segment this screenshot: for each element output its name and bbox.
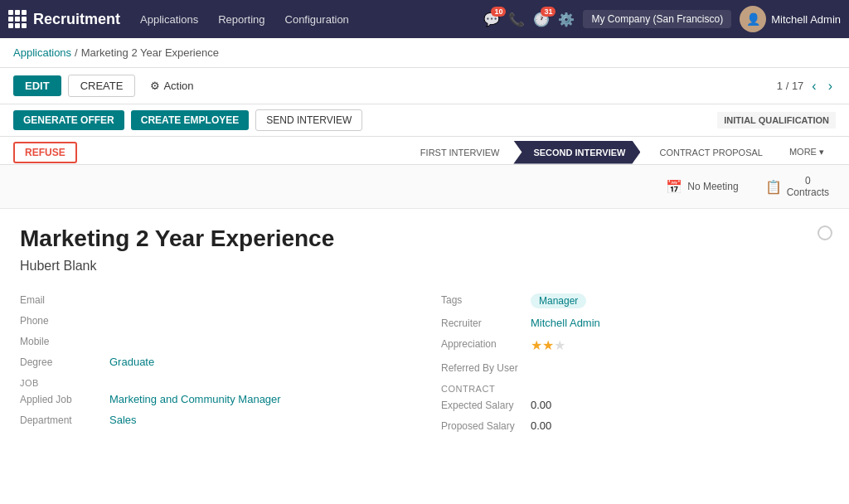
expected-salary-label: Expected Salary (441, 399, 524, 411)
user-name: Mitchell Admin (771, 13, 841, 26)
main-form: Marketing 2 Year Experience Hubert Blank… (0, 209, 849, 504)
degree-row: Degree Graduate (20, 356, 408, 368)
action-label: Action (163, 80, 193, 92)
brand-name: Recruitment (33, 11, 120, 28)
appreciation-row: Appreciation ★★★ (441, 337, 829, 353)
refuse-button[interactable]: REFUSE (13, 142, 77, 163)
phone-label: Phone (20, 314, 103, 327)
applied-job-row: Applied Job Marketing and Community Mana… (20, 393, 408, 405)
chat-badge: 10 (491, 7, 506, 17)
pagination: 1 / 17 ‹ › (777, 77, 836, 95)
initial-qualification-stage[interactable]: INITIAL QUALIFICATION (717, 112, 836, 128)
status-radio[interactable] (817, 225, 832, 240)
topnav-icons: 💬 10 📞 🕐 31 ⚙️ My Company (San Francisco… (483, 6, 841, 32)
mobile-row: Mobile (20, 335, 408, 347)
department-row: Department Sales (20, 414, 408, 426)
send-interview-button[interactable]: SEND INTERVIEW (255, 109, 362, 131)
degree-value[interactable]: Graduate (109, 356, 154, 368)
email-row: Email (20, 293, 408, 306)
avatar: 👤 (740, 6, 766, 32)
action-button[interactable]: ⚙ Action (142, 75, 201, 96)
expected-salary-value: 0.00 (531, 399, 551, 411)
no-meeting-label: No Meeting (687, 181, 738, 192)
top-navigation: Recruitment Applications Reporting Confi… (0, 0, 849, 38)
company-label[interactable]: My Company (San Francisco) (583, 10, 731, 28)
proposed-salary-value: 0.00 (531, 419, 551, 432)
expected-salary-row: Expected Salary 0.00 (441, 399, 829, 411)
toolbar: EDIT CREATE ⚙ Action 1 / 17 ‹ › (0, 68, 849, 104)
contracts-button[interactable]: 📋 0 Contracts (759, 172, 836, 201)
contracts-label: Contracts (787, 187, 829, 198)
proposed-salary-label: Proposed Salary (441, 419, 524, 432)
email-label: Email (20, 293, 103, 306)
breadcrumb-parent[interactable]: Applications (13, 46, 71, 59)
breadcrumb-current: Marketing 2 Year Experience (81, 46, 219, 59)
referred-label: Referred By User (441, 361, 524, 374)
department-label: Department (20, 414, 103, 426)
tags-row: Tags Manager (441, 293, 829, 308)
statusbar: GENERATE OFFER CREATE EMPLOYEE SEND INTE… (0, 104, 849, 137)
create-employee-button[interactable]: CREATE EMPLOYEE (131, 110, 249, 130)
applicant-name: Hubert Blank (20, 259, 829, 274)
prev-button[interactable]: ‹ (808, 77, 819, 95)
brand-logo[interactable]: Recruitment (8, 10, 120, 28)
recruiter-row: Recruiter Mitchell Admin (441, 317, 829, 329)
create-button[interactable]: CREATE (68, 75, 136, 97)
applied-job-value[interactable]: Marketing and Community Manager (109, 393, 281, 405)
user-area[interactable]: 👤 Mitchell Admin (740, 6, 841, 32)
breadcrumb-separator: / (75, 46, 78, 59)
form-right-col: Tags Manager Recruiter Mitchell Admin Ap… (441, 293, 829, 440)
tags-label: Tags (441, 293, 524, 306)
contract-icon: 📋 (765, 179, 782, 195)
degree-label: Degree (20, 356, 103, 368)
job-section-title: Job (20, 378, 408, 388)
phone-icon[interactable]: 📞 (508, 12, 525, 27)
next-button[interactable]: › (825, 77, 836, 95)
activity-icon-wrap[interactable]: 🕐 31 (533, 12, 550, 27)
phone-row: Phone (20, 314, 408, 327)
mobile-label: Mobile (20, 335, 103, 347)
proposed-salary-row: Proposed Salary 0.00 (441, 419, 829, 432)
stage-second-interview[interactable]: SECOND INTERVIEW (513, 141, 640, 164)
stage-first-interview[interactable]: FIRST INTERVIEW (409, 141, 515, 164)
nav-configuration[interactable]: Configuration (277, 8, 357, 31)
app-grid-icon[interactable] (8, 10, 27, 28)
nav-reporting[interactable]: Reporting (210, 8, 273, 31)
edit-button[interactable]: EDIT (13, 75, 61, 96)
appreciation-stars[interactable]: ★★★ (531, 337, 565, 353)
gear-icon: ⚙ (150, 80, 160, 92)
no-meeting-button[interactable]: 📅 No Meeting (659, 176, 745, 198)
chat-icon-wrap[interactable]: 💬 10 (483, 12, 500, 27)
contract-section-title: Contract (441, 384, 829, 394)
nav-applications[interactable]: Applications (132, 8, 206, 31)
form-grid: Email Phone Mobile Degree Graduate Job A… (20, 293, 829, 440)
application-title: Marketing 2 Year Experience (20, 225, 829, 252)
referred-row: Referred By User (441, 361, 829, 374)
appreciation-label: Appreciation (441, 337, 524, 350)
activity-badge: 31 (541, 7, 555, 17)
department-value[interactable]: Sales (109, 414, 137, 426)
stage-more[interactable]: MORE ▾ (778, 140, 836, 164)
recruiter-value[interactable]: Mitchell Admin (531, 317, 600, 329)
tags-value[interactable]: Manager (531, 293, 586, 308)
generate-offer-button[interactable]: GENERATE OFFER (13, 110, 124, 130)
tools-icon[interactable]: ⚙️ (558, 12, 575, 27)
stage-contract-proposal[interactable]: CONTRACT PROPOSAL (639, 141, 778, 164)
meeting-bar: 📅 No Meeting 📋 0 Contracts (0, 165, 849, 209)
form-left-col: Email Phone Mobile Degree Graduate Job A… (20, 293, 408, 440)
calendar-icon: 📅 (666, 179, 682, 195)
pagination-text: 1 / 17 (777, 80, 804, 92)
stages-bar: REFUSE FIRST INTERVIEW SECOND INTERVIEW … (0, 137, 849, 165)
breadcrumb: Applications / Marketing 2 Year Experien… (0, 38, 849, 68)
recruiter-label: Recruiter (441, 317, 524, 329)
applied-job-label: Applied Job (20, 393, 103, 405)
contracts-count: 0 (805, 175, 811, 187)
